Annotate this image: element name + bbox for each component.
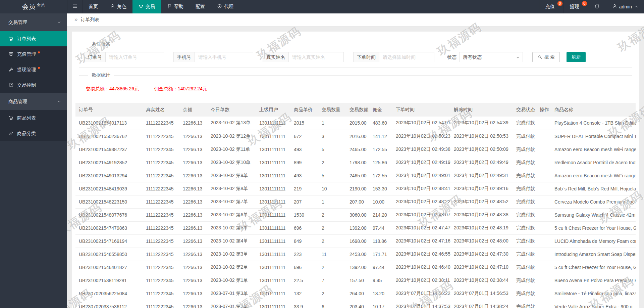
cell-order-no: UB2310021546401827 [75,261,143,274]
cell-balance: 12266.13 [179,221,207,234]
column-header-trade-amount: 交易数额 [346,103,369,117]
nav-item-agent[interactable]: 代理 [211,0,239,13]
sidebar-group-product-management[interactable]: 商品管理 [0,93,67,110]
cell-trade-amount: 1698.00 [346,234,369,248]
cell-order-no: UB2310021554017113 [75,117,143,130]
total-trade-stat: 交易总额：4478865.26元 [86,86,139,91]
red-dot-badge [38,51,40,53]
column-header-trade-status: 交易状态 [513,103,536,117]
cell-trade-amount: 1392.00 [346,261,369,274]
sidebar-group-label: 商品管理 [8,99,27,104]
cell-product-name: Redlemon Asador Portátil de Acero Inoxid… [551,156,636,169]
cell-commission: 214.20 [369,208,392,221]
cell-trade-qty: 2 [318,261,346,274]
column-header-order-no: 订单号 [75,103,143,117]
cell-unfreeze-time: 2023年10月02日 02:47:10 [450,261,513,274]
cell-commission: 172.55 [369,143,392,156]
cell-today-count: 2023-10-02 第13单 [207,117,256,130]
sidebar-group-trade-management[interactable]: 交易管理 [0,13,67,31]
order-time-input[interactable] [379,52,434,62]
cell-actions [536,274,551,287]
sidebar-group-label: 交易管理 [8,19,27,25]
nav-item-help[interactable]: 帮助 [161,0,190,13]
sidebar-item-product-category[interactable]: 商品分类 [0,126,67,141]
cell-parent-user: 13011111111 [256,248,290,261]
real-name-input[interactable] [288,52,344,62]
cell-product-name: Samsung Galaxy Watch 4 Classic 42mm Smar… [551,208,636,221]
cell-trade-status: 完成付款 [513,169,536,182]
gauge-icon [8,82,14,88]
cell-order-time: 2023年10月02日 02:49:01 [392,169,450,182]
nav-item-roles[interactable]: 角色 [104,0,132,13]
nav-item-trade[interactable]: 交易 [132,0,161,13]
cell-today-count: 2023-10-02 第7单 [207,195,256,208]
refresh-page-button[interactable] [588,0,606,13]
cell-today-count: 2023-10-02 第12单 [207,130,256,143]
cell-order-time: 2023年10月02日 02:50:23 [392,130,450,143]
withdraw-nav-button[interactable]: 提现 0 [564,0,588,13]
cell-trade-qty: 6 [318,300,346,308]
sidebar-toggle-button[interactable] [67,0,83,13]
status-select[interactable]: 所有状态 [459,52,523,62]
cell-unit-price: 132 [290,287,318,300]
username: admin [619,4,632,9]
cell-order-time: 2023年10月02日 02:49:19 [392,156,450,169]
cell-trade-amount: 264.00 [346,287,369,300]
sidebar-item-recharge-management[interactable]: 充值管理 [0,46,67,62]
cell-today-count: 2023-07-01 第3单 [207,287,256,300]
cell-trade-qty: 1 [318,117,346,130]
refresh-list-button[interactable]: 刷新 [567,52,586,62]
content-card: 条件搜索 订单号 手机号 真实姓名 下单时间 [72,32,639,308]
gavel-icon [8,67,14,72]
order-time-field-group: 下单时间 [353,52,434,62]
cell-trade-qty: 3 [318,130,346,143]
nav-item-home[interactable]: 首页 [83,0,104,13]
search-button[interactable]: 搜 索 [532,52,560,62]
phone-input[interactable] [195,52,253,62]
cell-commission: 13.20 [369,287,392,300]
cell-product-name: Bob´s Red Mill, Bob's Red Mill, Hojuelas… [551,182,636,195]
sidebar-item-product-list[interactable]: 商品列表 [0,110,67,126]
user-menu[interactable]: admin [606,0,644,13]
cell-unit-price: 696 [290,221,318,234]
cell-trade-amount: 2465.00 [346,169,369,182]
sidebar-item-trade-control[interactable]: 交易控制 [0,77,67,93]
column-header-product-name: 商品名称 [551,103,636,117]
cell-today-count: 2023-10-02 第11单 [207,143,256,156]
cell-order-no: UB2310021546558850 [75,248,143,261]
table-row: UB23100215464018271111222234512266.13202… [75,261,636,274]
cell-today-count: 2023-10-02 第2单 [207,261,256,274]
cell-trade-status: 完成付款 [513,143,536,156]
cell-trade-qty: 2 [318,221,346,234]
cell-parent-user: 13011111111 [256,182,290,195]
refresh-button-label: 刷新 [572,54,581,60]
cell-unfreeze-time: 2023年10月02日 02:48:19 [450,221,513,234]
order-no-input[interactable] [105,52,164,62]
cell-actions [536,130,551,143]
navbar-right: 充值 0 提现 0 admin [539,0,644,13]
table-row: UB23100215381192811111222234512266.13202… [75,274,636,287]
cell-real-name: 11112222345 [143,221,179,234]
cell-commission: 171.71 [369,248,392,261]
cell-today-count: 2023-10-02 第10单 [207,156,256,169]
cell-trade-status: 完成付款 [513,287,536,300]
cell-product-name: SUPER DEAL Portable Compact Mini Twin Tu… [551,130,636,143]
cell-unit-price: 1530 [290,208,318,221]
column-header-balance: 余额 [179,103,207,117]
table-row: UB23100215471691941111222234512266.13202… [75,234,636,248]
cell-trade-status: 完成付款 [513,156,536,169]
cell-real-name: 11112222345 [143,234,179,248]
cell-product-name: Amazon eero Beacon mesh WiFi range exten… [551,143,636,156]
cell-unfreeze-time: 2023年07月01日 14:38:24 [450,300,513,308]
column-header-real-name: 真实姓名 [143,103,179,117]
nav-item-config[interactable]: 配置 [190,0,211,13]
sidebar-item-order-list[interactable]: 订单列表 [0,31,67,46]
cell-order-no: UB2310021547169194 [75,234,143,248]
cell-balance: 12266.13 [179,287,207,300]
cell-order-no: UB2310021550236762 [75,130,143,143]
nav-label: 角色 [117,4,126,10]
total-commission-stat: 佣金总额：1407292.24元 [154,86,207,91]
recharge-nav-button[interactable]: 充值 0 [539,0,564,13]
sidebar-item-withdraw-management[interactable]: 提现管理 [0,62,67,77]
cell-trade-status: 完成付款 [513,261,536,274]
